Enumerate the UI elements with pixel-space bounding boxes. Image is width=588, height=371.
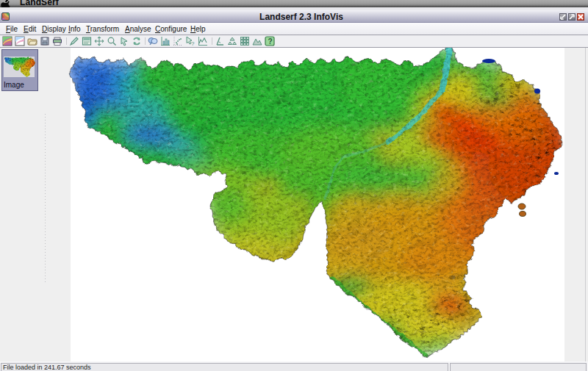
svg-text:?: ?: [268, 37, 273, 46]
svg-text:?: ?: [191, 40, 195, 46]
